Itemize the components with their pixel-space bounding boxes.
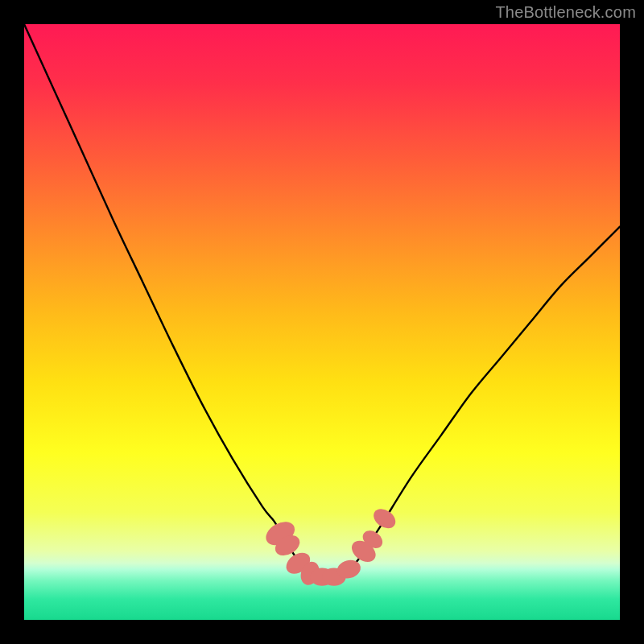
chart-svg — [24, 24, 620, 620]
watermark-text: TheBottleneck.com — [495, 3, 636, 22]
chart-stage: TheBottleneck.com — [0, 0, 644, 644]
plot-area — [24, 24, 620, 620]
